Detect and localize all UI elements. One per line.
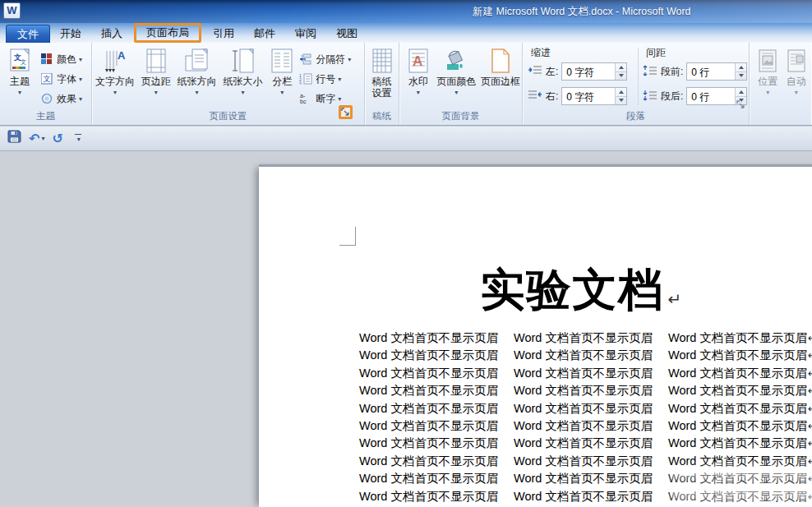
paragraph-mark: ↵ (808, 491, 812, 503)
body-line[interactable]: Word 文档首页不显示页眉 (514, 417, 648, 435)
spin-up[interactable] (736, 88, 746, 97)
body-line[interactable]: Word 文档首页不显示页眉↵ (668, 365, 808, 382)
spin-up[interactable] (736, 63, 746, 72)
body-line[interactable]: Word 文档首页不显示页眉 (514, 330, 648, 347)
columns-button[interactable]: 分栏 ▾ (265, 43, 298, 112)
hyphenation-button[interactable]: a-bc 断字 ▾ (298, 89, 364, 108)
body-line[interactable]: Word 文档首页不显示页眉 (359, 330, 493, 347)
watermark-button[interactable]: A 水印 ▾ (403, 43, 434, 112)
wrap-text-button[interactable]: 自动 ▾ (782, 43, 811, 112)
line-numbers-icon: 123 (298, 72, 313, 85)
document-page[interactable]: 实验文档↵ Word 文档首页不显示页眉Word 文档首页不显示页眉Word 文… (259, 164, 812, 507)
body-line[interactable]: Word 文档首页不显示页眉 (514, 382, 648, 399)
spin-down[interactable] (736, 72, 746, 81)
svg-text:文: 文 (44, 75, 51, 83)
tab-references[interactable]: 引用 (203, 25, 244, 43)
body-line[interactable]: Word 文档首页不显示页眉 (514, 470, 648, 487)
tab-home[interactable]: 开始 (50, 25, 91, 43)
undo-button[interactable]: ↶ ▾ (29, 132, 44, 145)
indent-left-spinner[interactable]: 0 字符 (561, 62, 627, 81)
page-borders-button[interactable]: 页面边框 (479, 43, 522, 112)
spacing-before-spinner[interactable]: 0 行 (686, 62, 747, 81)
body-line[interactable]: Word 文档首页不显示页眉 (514, 435, 648, 452)
paper-size-button[interactable]: 纸张大小 ▾ (220, 43, 266, 112)
line-numbers-button[interactable]: 123 行号 ▾ (298, 69, 364, 89)
orientation-button[interactable]: 纸张方向 ▾ (174, 43, 220, 112)
svg-text:3: 3 (299, 81, 302, 85)
body-line[interactable]: Word 文档首页不显示页眉↵ (668, 330, 808, 347)
paper-size-icon (231, 46, 254, 76)
paragraph-mark: ↵ (808, 332, 812, 344)
chevron-down-icon: ▾ (196, 89, 199, 96)
tab-review[interactable]: 审阅 (285, 25, 326, 43)
body-line[interactable]: Word 文档首页不显示页眉 (359, 365, 493, 382)
body-line[interactable]: Word 文档首页不显示页眉 (514, 347, 648, 364)
manuscript-settings-button[interactable]: 稿纸 设置 (366, 43, 399, 112)
watermark-icon: A (408, 46, 429, 76)
body-line[interactable]: Word 文档首页不显示页眉 (359, 435, 493, 452)
indent-right-spinner[interactable]: 0 字符 (561, 87, 627, 105)
undo-dropdown[interactable]: ▾ (41, 135, 44, 142)
body-line[interactable]: Word 文档首页不显示页眉↵ (668, 470, 808, 487)
spin-up[interactable] (616, 88, 626, 97)
qat-customize-button[interactable]: ▾ (75, 134, 81, 143)
redo-button[interactable]: ↺ (52, 132, 62, 145)
body-line[interactable]: Word 文档首页不显示页眉↵ (668, 435, 808, 452)
spin-down[interactable] (616, 97, 626, 105)
paragraph-mark: ↵ (808, 349, 812, 362)
tab-file[interactable]: 文件 (6, 25, 50, 43)
body-line[interactable]: Word 文档首页不显示页眉 (514, 365, 648, 382)
svg-text:A: A (118, 49, 126, 62)
body-line[interactable]: Word 文档首页不显示页眉 (359, 488, 493, 505)
spin-down[interactable] (616, 72, 626, 81)
themes-button[interactable]: 文文 主题 ▾ (0, 43, 39, 112)
breaks-button[interactable]: 分隔符 ▾ (298, 49, 364, 69)
body-line[interactable]: Word 文档首页不显示页眉 (514, 453, 648, 470)
page-color-button[interactable]: 页面颜色 ▾ (434, 43, 480, 112)
theme-effects-button[interactable]: 效果 ▾ (39, 89, 90, 108)
chevron-down-icon: ▾ (79, 56, 82, 63)
margins-button[interactable]: 页边距 ▾ (138, 43, 174, 112)
tab-mailings[interactable]: 邮件 (244, 25, 285, 43)
body-line[interactable]: Word 文档首页不显示页眉 (514, 488, 648, 505)
body-line[interactable]: Word 文档首页不显示页眉↵ (668, 382, 808, 399)
body-line[interactable]: Word 文档首页不显示页眉↵ (668, 453, 808, 470)
chevron-down-icon: ▾ (795, 89, 798, 96)
body-line[interactable]: Word 文档首页不显示页眉 (359, 382, 493, 399)
body-line[interactable]: Word 文档首页不显示页眉 (359, 400, 493, 417)
overflow-bar (75, 134, 81, 135)
theme-colors-button[interactable]: 颜色 ▾ (39, 49, 90, 69)
text-column[interactable]: Word 文档首页不显示页眉Word 文档首页不显示页眉Word 文档首页不显示… (514, 330, 648, 505)
paragraph-dialog-launcher[interactable] (736, 100, 745, 109)
body-line[interactable]: Word 文档首页不显示页眉 (359, 470, 493, 487)
tab-view[interactable]: 视图 (326, 25, 367, 43)
body-line[interactable]: Word 文档首页不显示页眉 (359, 417, 493, 435)
body-line[interactable]: Word 文档首页不显示页眉↵ (668, 400, 808, 417)
paragraph-mark: ↵ (668, 289, 682, 309)
body-line[interactable]: Word 文档首页不显示页眉↵ (668, 417, 808, 435)
chevron-down-icon: ▾ (338, 76, 341, 83)
chevron-down-icon: ▾ (417, 89, 420, 96)
position-button[interactable]: 位置 ▾ (754, 43, 782, 112)
window-title: 新建 Microsoft Word 文档.docx - Microsoft Wo… (473, 5, 691, 19)
body-line[interactable]: Word 文档首页不显示页眉↵ (668, 488, 808, 505)
chevron-down-icon: ▾ (280, 89, 284, 96)
page-color-icon (444, 46, 468, 76)
text-column[interactable]: Word 文档首页不显示页眉Word 文档首页不显示页眉Word 文档首页不显示… (359, 330, 493, 505)
body-line[interactable]: Word 文档首页不显示页眉 (359, 453, 493, 470)
paragraph-mark: ↵ (808, 420, 812, 432)
tab-insert[interactable]: 插入 (91, 25, 132, 43)
save-button[interactable] (7, 130, 21, 147)
tab-page-layout[interactable]: 页面布局 (136, 25, 199, 40)
text-column[interactable]: Word 文档首页不显示页眉↵Word 文档首页不显示页眉↵Word 文档首页不… (668, 330, 808, 505)
chevron-down-icon: ▾ (18, 89, 21, 96)
text-direction-button[interactable]: A 文字方向 ▾ (92, 43, 138, 112)
word-app-icon[interactable]: W (3, 2, 21, 19)
theme-fonts-button[interactable]: 文 字体 ▾ (39, 69, 90, 89)
group-page-setup: A 文字方向 ▾ 页边距 ▾ 纸张方向 ▾ (92, 43, 365, 125)
spin-up[interactable] (616, 63, 626, 72)
document-title[interactable]: 实验文档↵ (359, 259, 803, 321)
body-line[interactable]: Word 文档首页不显示页眉 (514, 400, 648, 417)
body-line[interactable]: Word 文档首页不显示页眉 (359, 347, 493, 364)
body-line[interactable]: Word 文档首页不显示页眉↵ (668, 347, 808, 364)
